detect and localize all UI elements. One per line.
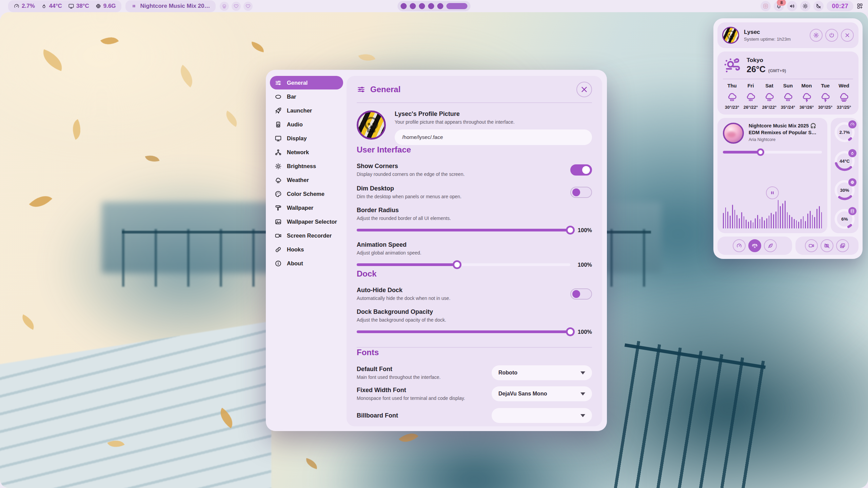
gauge-chip: 30% — [834, 179, 855, 201]
workspace-dot[interactable] — [419, 3, 425, 9]
sidebar-item-label: Display — [287, 135, 307, 142]
dock-opacity-slider[interactable] — [357, 327, 570, 336]
setting-desc: Dim the desktop when panels or menus are… — [357, 194, 461, 199]
forecast-day-tue: Tue 30°/25° — [816, 83, 834, 110]
apps-grid-icon[interactable] — [856, 3, 863, 9]
tune-icon — [275, 79, 282, 86]
sidebar-item-hooks[interactable]: Hooks — [270, 243, 343, 256]
animation-speed-slider[interactable] — [357, 260, 570, 269]
setting-label: Fixed Width Font — [357, 387, 465, 394]
videocam-button[interactable] — [805, 239, 818, 252]
sun-icon — [802, 3, 808, 9]
workspace-dot[interactable] — [428, 3, 434, 9]
sidebar-item-wallpaper-selector[interactable]: Wallpaper Selector — [270, 215, 343, 228]
profile-avatar[interactable] — [357, 110, 386, 140]
viz-bar — [730, 216, 731, 228]
workspace-dot[interactable] — [437, 3, 443, 9]
fixed-font-dropdown[interactable]: DejaVu Sans Mono — [492, 386, 592, 401]
auto-hide-dock-toggle[interactable] — [570, 288, 592, 300]
bar-toggle-heart[interactable] — [232, 2, 241, 11]
bar-toggle-skull[interactable] — [220, 2, 229, 11]
sidebar-item-network[interactable]: Network — [270, 145, 343, 159]
power-profile-gauge-button[interactable] — [733, 239, 746, 252]
viz-bar — [789, 215, 790, 228]
setting-row-border-radius: Border Radius Adjust the rounded border … — [357, 207, 592, 235]
workspace-indicator[interactable] — [398, 1, 471, 11]
sidebar-item-weather[interactable]: Weather — [270, 173, 343, 187]
show-corners-toggle[interactable] — [570, 164, 592, 176]
viz-bar — [739, 218, 740, 228]
sidebar-item-general[interactable]: General — [270, 76, 343, 89]
power-button[interactable] — [825, 29, 838, 42]
border-radius-slider[interactable] — [357, 226, 570, 235]
default-font-dropdown[interactable]: Roboto — [492, 365, 592, 380]
night-light-button[interactable] — [813, 1, 824, 11]
sidebar-item-about[interactable]: About — [270, 257, 343, 270]
workspace-dot[interactable] — [410, 3, 416, 9]
notifications-button[interactable]: 8 — [774, 1, 784, 11]
gallery-icon — [840, 243, 846, 249]
moon-off-icon — [815, 3, 822, 9]
cloud-rain-icon — [727, 91, 737, 102]
workspace-active[interactable] — [447, 3, 468, 9]
clipped-font-dropdown[interactable] — [492, 408, 592, 423]
system-stats-pill: 2.7%44°C38°C9.6G — [8, 0, 121, 12]
media-pill[interactable]: Nightcore Music Mix 20… — [125, 0, 216, 12]
sidebar-item-display[interactable]: Display — [270, 131, 343, 145]
gear-button[interactable] — [810, 29, 823, 42]
sidebar-item-launcher[interactable]: Launcher — [270, 104, 343, 117]
camera-off-button[interactable] — [821, 239, 833, 252]
dim-desktop-toggle[interactable] — [570, 187, 592, 198]
power-profile-scales-button[interactable] — [748, 239, 761, 252]
gallery-button[interactable] — [836, 239, 849, 252]
tray-app-icon[interactable] — [761, 1, 771, 11]
viz-bar — [805, 221, 806, 228]
sidebar-item-screen-recorder[interactable]: Screen Recorder — [270, 229, 343, 242]
bar-toggle-heart[interactable] — [243, 2, 253, 11]
sidebar-item-label: Audio — [287, 121, 303, 128]
user-buttons — [810, 29, 854, 42]
weather-timezone: (GMT+9) — [768, 68, 786, 73]
pause-button[interactable] — [766, 186, 779, 199]
brightness-button[interactable] — [800, 1, 810, 11]
viz-bar — [746, 220, 747, 228]
sidebar-item-brightness[interactable]: Brightness — [270, 159, 343, 173]
volume-button[interactable] — [787, 1, 797, 11]
track-artist: Aria Nightcore — [749, 137, 822, 142]
animation-speed-value: 100% — [570, 262, 592, 268]
videocam-icon — [808, 243, 814, 249]
sidebar-item-color-scheme[interactable]: Color Scheme — [270, 187, 343, 201]
profile-path-input[interactable] — [395, 129, 592, 145]
bar-quick-toggles — [220, 2, 253, 11]
skull-avatar-icon — [725, 29, 736, 41]
palette-icon — [275, 190, 282, 198]
viz-bar — [775, 211, 776, 228]
bar-stat-2: 38°C — [68, 3, 89, 9]
viz-bar — [753, 222, 754, 228]
screen: { "colors": { "accent": "#a55ac8", "acce… — [0, 0, 868, 488]
monitor-icon — [275, 135, 282, 142]
monitor-icon — [68, 3, 74, 9]
bar-stat-3: 9.6G — [95, 3, 116, 9]
sidebar-item-audio[interactable]: Audio — [270, 118, 343, 131]
sidebar-item-bar[interactable]: Bar — [270, 90, 343, 103]
clock[interactable]: 00:27 — [827, 1, 853, 11]
videocam-icon — [275, 232, 282, 239]
viz-bar — [803, 216, 804, 228]
viz-bar — [736, 215, 737, 228]
leaf-decoration — [304, 458, 319, 469]
sidebar-item-label: Hooks — [287, 246, 304, 253]
workspace-dot[interactable] — [401, 3, 407, 9]
viz-bar — [807, 214, 808, 228]
viz-bar — [798, 222, 799, 228]
sidebar-item-wallpaper[interactable]: Wallpaper — [270, 201, 343, 215]
close-button[interactable] — [576, 82, 592, 97]
power-profile-leaf-button[interactable] — [764, 239, 777, 252]
track-progress-slider[interactable] — [723, 148, 822, 183]
viz-bar — [760, 219, 761, 228]
page-title: General — [370, 85, 400, 94]
settings-content: General Lysec's Profile Picture Your pro… — [347, 76, 602, 426]
session-close-button[interactable] — [841, 29, 854, 42]
cloud-fog-icon — [839, 91, 849, 102]
sidebar-item-label: General — [287, 80, 308, 86]
